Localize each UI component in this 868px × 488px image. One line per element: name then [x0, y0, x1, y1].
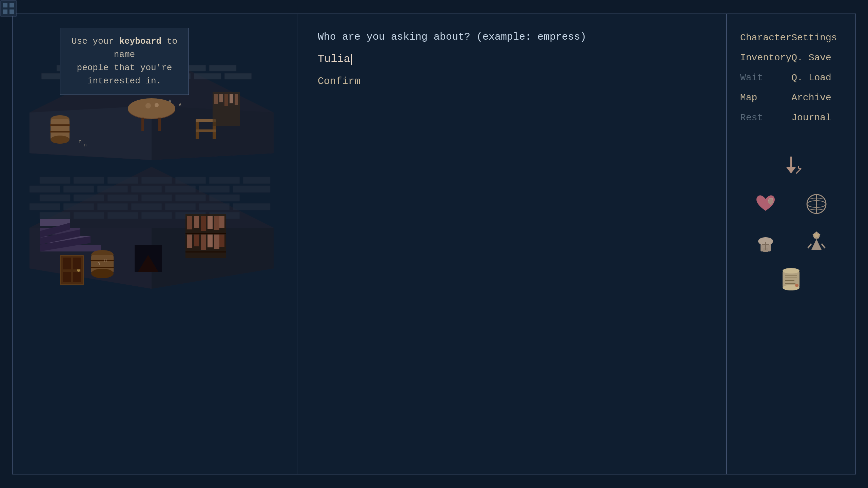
mushroom-icon[interactable] — [754, 229, 777, 253]
svg-rect-122 — [91, 260, 114, 261]
svg-rect-113 — [194, 235, 199, 246]
svg-rect-83 — [233, 203, 270, 210]
svg-rect-80 — [131, 203, 162, 210]
svg-rect-75 — [175, 195, 206, 201]
svg-rect-46 — [224, 94, 228, 106]
svg-point-26 — [145, 103, 151, 108]
svg-text:∧: ∧ — [179, 101, 181, 107]
left-panel: Use your keyboard to name people that yo… — [13, 14, 297, 474]
svg-rect-31 — [50, 124, 70, 126]
svg-point-154 — [795, 284, 798, 287]
svg-rect-81 — [165, 203, 196, 210]
svg-rect-84 — [40, 212, 70, 219]
tooltip-text-prefix: Use your — [72, 36, 119, 46]
star-person-icon[interactable] — [805, 229, 828, 253]
scroll-icon[interactable] — [779, 267, 803, 290]
svg-rect-100 — [63, 258, 71, 269]
svg-rect-25 — [158, 118, 161, 131]
svg-rect-63 — [243, 177, 270, 184]
svg-rect-65 — [63, 186, 94, 192]
svg-line-130 — [796, 168, 801, 174]
confirm-button[interactable]: Confirm — [318, 76, 706, 87]
svg-rect-77 — [29, 203, 60, 210]
download-arrow-row — [779, 155, 803, 179]
room-bottom: ∩ ∩ — [23, 160, 280, 289]
globe-icon[interactable] — [805, 192, 828, 216]
text-cursor — [351, 54, 352, 65]
svg-rect-14 — [209, 65, 236, 71]
menu-item-settings[interactable]: Settings — [791, 28, 842, 48]
svg-rect-66 — [97, 186, 128, 192]
menu-item-qsave[interactable]: Q. Save — [791, 48, 842, 68]
svg-rect-85 — [74, 212, 104, 219]
svg-rect-61 — [175, 177, 206, 184]
svg-rect-64 — [29, 186, 60, 192]
svg-rect-115 — [208, 235, 213, 247]
menu-item-journal[interactable]: Journal — [791, 108, 842, 128]
svg-rect-57 — [40, 177, 70, 184]
svg-text:∧: ∧ — [169, 98, 171, 103]
svg-rect-2 — [9, 3, 14, 7]
svg-rect-78 — [63, 203, 94, 210]
svg-point-121 — [91, 269, 114, 278]
svg-rect-76 — [209, 195, 240, 201]
svg-rect-69 — [199, 186, 230, 192]
svg-rect-71 — [40, 195, 70, 201]
query-prompt: Who are you asking about? (example: empr… — [318, 31, 706, 43]
svg-rect-114 — [201, 235, 206, 250]
svg-rect-112 — [187, 235, 192, 248]
svg-point-23 — [128, 98, 175, 119]
svg-rect-3 — [3, 9, 7, 14]
svg-rect-73 — [107, 195, 138, 201]
svg-rect-110 — [219, 216, 224, 228]
svg-rect-62 — [209, 177, 240, 184]
icon-row-2 — [754, 229, 828, 253]
tooltip-line2: people that you're interested in. — [77, 63, 172, 86]
menu-grid: CharacterSettingsInventoryQ. SaveWaitQ. … — [740, 28, 842, 128]
svg-point-148 — [783, 268, 800, 273]
game-window: Use your keyboard to name people that yo… — [12, 14, 856, 474]
svg-rect-21 — [224, 73, 252, 79]
tooltip-keyboard-word: keyboard — [119, 36, 161, 46]
menu-item-wait: Wait — [740, 68, 791, 88]
svg-rect-1 — [3, 3, 7, 7]
download-arrow-icon[interactable] — [779, 155, 803, 179]
menu-item-archive[interactable]: Archive — [791, 88, 842, 108]
svg-rect-102 — [63, 272, 71, 282]
menu-item-rest: Rest — [740, 108, 791, 128]
svg-rect-105 — [187, 216, 192, 229]
svg-rect-79 — [97, 203, 128, 210]
svg-line-146 — [822, 244, 825, 248]
menu-item-map[interactable]: Map — [740, 88, 791, 108]
svg-rect-82 — [199, 203, 230, 210]
svg-rect-20 — [194, 73, 221, 79]
svg-rect-59 — [107, 177, 138, 184]
menu-item-qload[interactable]: Q. Load — [791, 68, 842, 88]
menu-item-inventory[interactable]: Inventory — [740, 48, 791, 68]
svg-rect-74 — [141, 195, 172, 201]
svg-rect-107 — [201, 216, 206, 231]
svg-rect-123 — [91, 267, 114, 268]
heart-shield-icon[interactable] — [754, 192, 777, 216]
svg-rect-60 — [141, 177, 172, 184]
query-input-display: Tulia — [318, 53, 706, 65]
scroll-row — [779, 267, 803, 290]
right-panel: CharacterSettingsInventoryQ. SaveWaitQ. … — [727, 14, 855, 474]
svg-rect-87 — [141, 212, 172, 219]
svg-line-145 — [808, 244, 811, 248]
svg-marker-129 — [786, 167, 796, 174]
svg-rect-86 — [107, 212, 138, 219]
svg-rect-109 — [214, 216, 219, 230]
icons-section — [740, 155, 842, 290]
svg-text:∩: ∩ — [104, 257, 107, 263]
svg-rect-24 — [141, 118, 144, 131]
svg-rect-48 — [235, 94, 238, 105]
corner-decoration — [0, 0, 17, 17]
svg-text:∩: ∩ — [84, 142, 86, 147]
svg-point-30 — [51, 136, 70, 144]
menu-item-character[interactable]: Character — [740, 28, 791, 48]
svg-rect-103 — [73, 272, 81, 282]
svg-rect-70 — [233, 186, 270, 192]
svg-rect-118 — [185, 251, 226, 252]
svg-text:∩: ∩ — [97, 261, 100, 266]
